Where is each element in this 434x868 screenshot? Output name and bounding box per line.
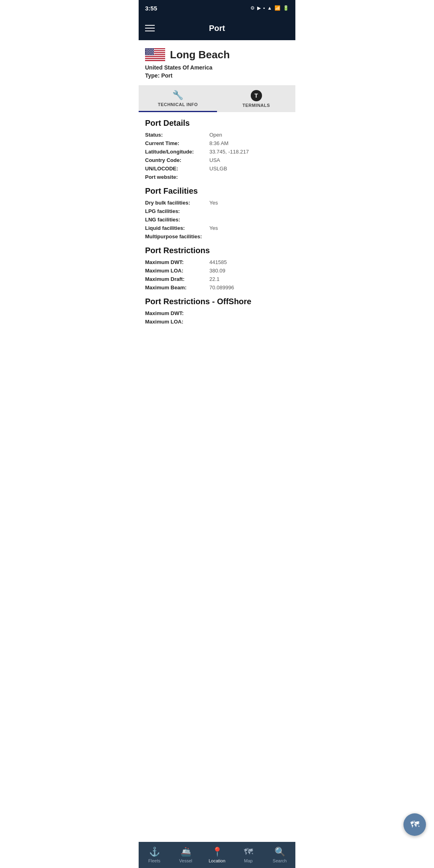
status-bar: 3:55 ⚙ ▶ ▪ ▲ 📶 🔋 — [139, 0, 295, 16]
current-time-label: Current Time: — [145, 140, 209, 146]
port-restrictions-title: Port Restrictions — [145, 246, 289, 255]
status-time: 3:55 — [145, 5, 157, 12]
max-draft-row: Maximum Draft: 22.1 — [145, 276, 289, 282]
page-title: Port — [209, 24, 225, 33]
svg-rect-11 — [145, 59, 165, 60]
port-name: Long Beach — [170, 49, 230, 61]
unlocode-label: UN/LOCODE: — [145, 166, 209, 172]
max-draft-label: Maximum Draft: — [145, 276, 209, 282]
top-app-bar: Port — [139, 16, 295, 40]
terminals-icon: T — [251, 90, 262, 101]
lat-lon-row: Latitude/Longitude: 33.745, -118.217 — [145, 149, 289, 155]
max-loa-value: 380.09 — [209, 268, 225, 274]
dry-bulk-value: Yes — [209, 200, 218, 206]
max-beam-row: Maximum Beam: 70.089996 — [145, 285, 289, 291]
port-header: ★★★★★★ ★★★★★ ★★★★★★ ★★★★★ ★★★★★★ Long Be… — [139, 40, 295, 85]
dry-bulk-row: Dry bulk facilities: Yes — [145, 200, 289, 206]
wifi-icon: ▲ — [267, 5, 272, 11]
tab-terminals[interactable]: T TERMINALS — [217, 85, 295, 112]
svg-rect-10 — [145, 58, 165, 59]
battery-icon: 🔋 — [283, 5, 289, 11]
play-icon: ▶ — [257, 5, 261, 11]
port-facilities-title: Port Facilities — [145, 186, 289, 196]
lat-lon-label: Latitude/Longitude: — [145, 149, 209, 155]
country-flag: ★★★★★★ ★★★★★ ★★★★★★ ★★★★★ ★★★★★★ — [145, 48, 165, 61]
svg-rect-12 — [145, 60, 165, 61]
lpg-row: LPG facilities: — [145, 208, 289, 214]
port-website-row: Port website: — [145, 174, 289, 180]
offshore-max-dwt-row: Maximum DWT: — [145, 310, 289, 316]
liquid-label: Liquid facilities: — [145, 225, 209, 231]
liquid-value: Yes — [209, 225, 218, 231]
port-type-value: Port — [161, 72, 172, 79]
status-value: Open — [209, 132, 222, 138]
signal-icon: 📶 — [274, 5, 280, 11]
max-loa-label: Maximum LOA: — [145, 268, 209, 274]
lng-row: LNG facilities: — [145, 217, 289, 223]
multipurpose-row: Multipurpose facilities: — [145, 233, 289, 240]
offshore-max-loa-row: Maximum LOA: — [145, 319, 289, 325]
port-website-label: Port website: — [145, 174, 209, 180]
country-code-row: Country Code: USA — [145, 157, 289, 163]
tab-technical-info[interactable]: 🔧 TECHNICAL INFO — [139, 85, 217, 112]
max-dwt-value: 441585 — [209, 259, 227, 265]
tab-terminals-label: TERMINALS — [242, 103, 270, 111]
lng-label: LNG facilities: — [145, 217, 209, 223]
svg-rect-8 — [145, 56, 165, 57]
main-content: Port Details Status: Open Current Time: … — [139, 112, 295, 359]
max-draft-value: 22.1 — [209, 276, 219, 282]
current-time-row: Current Time: 8:36 AM — [145, 140, 289, 146]
status-label: Status: — [145, 132, 209, 138]
dry-bulk-label: Dry bulk facilities: — [145, 200, 209, 206]
tab-technical-info-label: TECHNICAL INFO — [158, 102, 198, 110]
svg-rect-9 — [145, 57, 165, 58]
current-time-value: 8:36 AM — [209, 140, 229, 146]
lat-lon-value: 33.745, -118.217 — [209, 149, 249, 155]
status-icons: ⚙ ▶ ▪ ▲ 📶 🔋 — [250, 5, 289, 11]
port-country: United States Of America — [145, 64, 289, 71]
menu-button[interactable] — [145, 25, 155, 31]
port-name-row: ★★★★★★ ★★★★★ ★★★★★★ ★★★★★ ★★★★★★ Long Be… — [145, 48, 289, 61]
wrench-icon: 🔧 — [172, 90, 183, 100]
liquid-row: Liquid facilities: Yes — [145, 225, 289, 231]
port-type-label: Type: — [145, 72, 160, 79]
max-dwt-label: Maximum DWT: — [145, 259, 209, 265]
port-details-title: Port Details — [145, 119, 289, 128]
max-dwt-row: Maximum DWT: 441585 — [145, 259, 289, 265]
tab-bar: 🔧 TECHNICAL INFO T TERMINALS — [139, 85, 295, 112]
status-row: Status: Open — [145, 132, 289, 138]
unlocode-value: USLGB — [209, 166, 227, 172]
port-type: Type: Port — [145, 72, 289, 79]
max-beam-label: Maximum Beam: — [145, 285, 209, 291]
lpg-label: LPG facilities: — [145, 208, 209, 214]
port-restrictions-offshore-title: Port Restrictions - OffShore — [145, 297, 289, 306]
offshore-max-dwt-label: Maximum DWT: — [145, 310, 209, 316]
unlocode-row: UN/LOCODE: USLGB — [145, 166, 289, 172]
svg-rect-7 — [145, 55, 165, 56]
country-code-label: Country Code: — [145, 157, 209, 163]
svg-text:★★★★★★: ★★★★★★ — [145, 53, 155, 55]
multipurpose-label: Multipurpose facilities: — [145, 233, 209, 240]
card-icon: ▪ — [263, 5, 265, 11]
country-code-value: USA — [209, 157, 220, 163]
max-beam-value: 70.089996 — [209, 285, 234, 291]
max-loa-row: Maximum LOA: 380.09 — [145, 268, 289, 274]
offshore-max-loa-label: Maximum LOA: — [145, 319, 209, 325]
settings-icon: ⚙ — [250, 5, 255, 11]
